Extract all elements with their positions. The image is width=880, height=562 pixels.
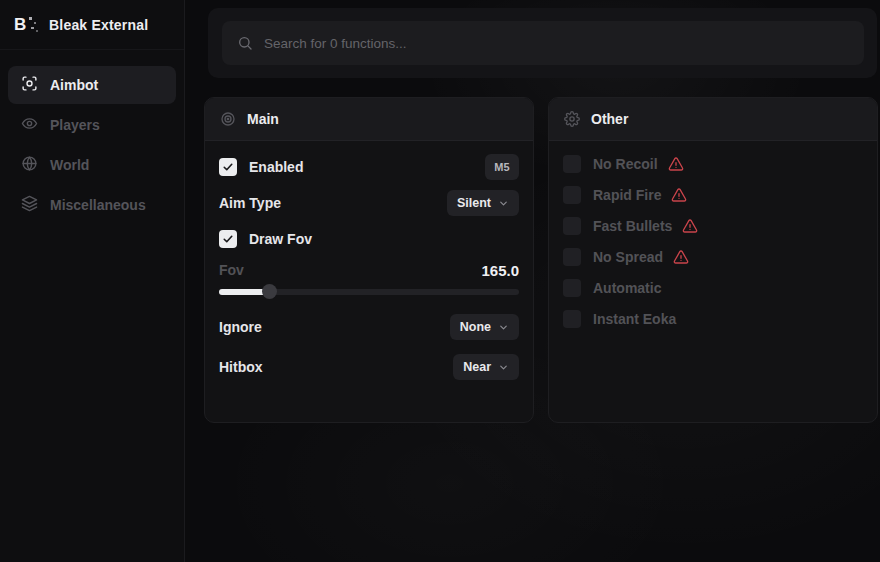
sidebar-item-label: Aimbot (50, 77, 98, 93)
no-recoil-label: No Recoil (593, 156, 658, 172)
globe-icon (21, 155, 38, 175)
main-content: Main Enabled M5 Aim Type Silent (186, 0, 880, 562)
ignore-dropdown[interactable]: None (450, 314, 519, 340)
fov-slider[interactable] (219, 284, 519, 299)
warning-icon (668, 156, 684, 172)
sidebar-item-aimbot[interactable]: Aimbot (8, 66, 176, 104)
hitbox-label: Hitbox (219, 359, 263, 375)
sidebar: B Bleak External Aimbot Players World Mi… (0, 0, 185, 562)
instant-eoka-row: Instant Eoka (563, 308, 863, 330)
hitbox-row: Hitbox Near (219, 353, 519, 381)
panel-title: Main (247, 111, 279, 127)
no-spread-checkbox[interactable] (563, 248, 581, 266)
no-spread-label: No Spread (593, 249, 663, 265)
aim-type-row: Aim Type Silent (219, 189, 519, 217)
instant-eoka-checkbox[interactable] (563, 310, 581, 328)
sidebar-item-label: World (50, 157, 89, 173)
fov-slider-handle[interactable] (262, 284, 277, 299)
enabled-row: Enabled M5 (219, 153, 519, 181)
search-bar-container (208, 8, 877, 78)
sidebar-item-players[interactable]: Players (8, 106, 176, 144)
keybind-badge[interactable]: M5 (485, 154, 519, 180)
fast-bullets-label: Fast Bullets (593, 218, 672, 234)
rapid-fire-row: Rapid Fire (563, 184, 863, 206)
sidebar-nav: Aimbot Players World Miscellaneous (0, 50, 184, 240)
enabled-checkbox[interactable] (219, 158, 237, 176)
rapid-fire-label: Rapid Fire (593, 187, 661, 203)
main-panel-body: Enabled M5 Aim Type Silent Draw Fov (205, 141, 533, 393)
sidebar-item-world[interactable]: World (8, 146, 176, 184)
rapid-fire-checkbox[interactable] (563, 186, 581, 204)
ignore-row: Ignore None (219, 313, 519, 341)
chevron-down-icon (498, 322, 509, 333)
other-panel-header: Other (549, 98, 877, 141)
hitbox-dropdown[interactable]: Near (453, 354, 519, 380)
fast-bullets-checkbox[interactable] (563, 217, 581, 235)
warning-icon (671, 187, 687, 203)
automatic-row: Automatic (563, 277, 863, 299)
panel-title: Other (591, 111, 628, 127)
draw-fov-checkbox[interactable] (219, 230, 237, 248)
other-panel: Other No Recoil Rapid Fire Fast Bullets (548, 97, 878, 423)
search-icon (237, 35, 253, 51)
fov-label: Fov (219, 262, 244, 278)
ignore-label: Ignore (219, 319, 262, 335)
search-box[interactable] (222, 21, 864, 65)
gear-icon (564, 111, 580, 127)
draw-fov-row: Draw Fov (219, 225, 519, 253)
main-panel: Main Enabled M5 Aim Type Silent (204, 97, 534, 423)
automatic-checkbox[interactable] (563, 279, 581, 297)
sidebar-item-miscellaneous[interactable]: Miscellaneous (8, 186, 176, 224)
no-spread-row: No Spread (563, 246, 863, 268)
panels-row: Main Enabled M5 Aim Type Silent (204, 97, 878, 423)
eye-icon (21, 115, 38, 135)
search-input[interactable] (264, 36, 849, 51)
sidebar-header: B Bleak External (0, 0, 184, 50)
no-recoil-checkbox[interactable] (563, 155, 581, 173)
aim-type-label: Aim Type (219, 195, 281, 211)
fast-bullets-row: Fast Bullets (563, 215, 863, 237)
draw-fov-label: Draw Fov (249, 231, 312, 247)
fov-value: 165.0 (481, 262, 519, 279)
chevron-down-icon (498, 198, 509, 209)
warning-icon (682, 218, 698, 234)
scan-icon (21, 75, 38, 95)
chevron-down-icon (498, 362, 509, 373)
fov-header-row: Fov 165.0 (219, 259, 519, 281)
app-title: Bleak External (49, 17, 148, 33)
sidebar-item-label: Miscellaneous (50, 197, 146, 213)
enabled-label: Enabled (249, 159, 303, 175)
sidebar-item-label: Players (50, 117, 100, 133)
aim-type-dropdown[interactable]: Silent (447, 190, 519, 216)
instant-eoka-label: Instant Eoka (593, 311, 676, 327)
warning-icon (673, 249, 689, 265)
main-panel-header: Main (205, 98, 533, 141)
target-icon (220, 111, 236, 127)
app-logo-icon: B (14, 14, 38, 36)
other-panel-body: No Recoil Rapid Fire Fast Bullets No Spr… (549, 141, 877, 351)
no-recoil-row: No Recoil (563, 153, 863, 175)
layers-icon (21, 195, 38, 215)
automatic-label: Automatic (593, 280, 661, 296)
